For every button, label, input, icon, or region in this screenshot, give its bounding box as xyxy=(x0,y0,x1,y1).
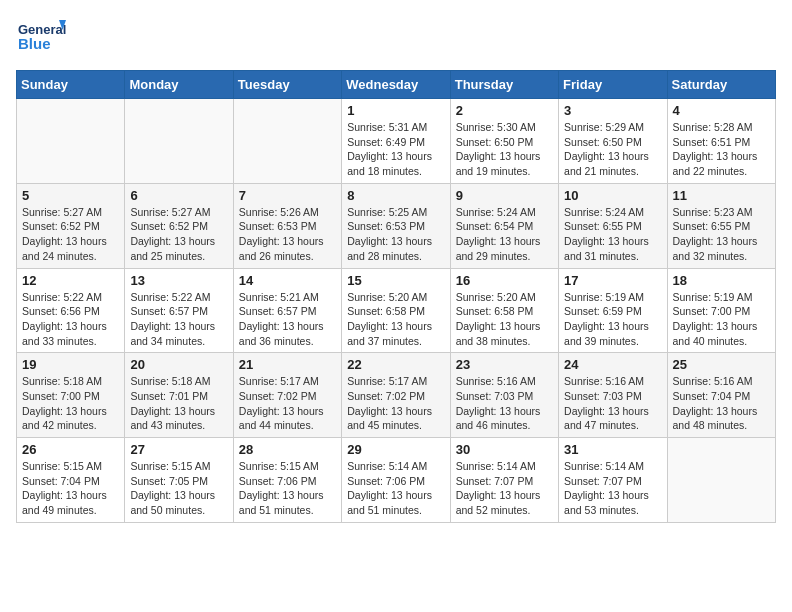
logo: General Blue xyxy=(16,16,66,60)
day-number: 4 xyxy=(673,103,770,118)
day-number: 20 xyxy=(130,357,227,372)
calendar-cell: 19Sunrise: 5:18 AMSunset: 7:00 PMDayligh… xyxy=(17,353,125,438)
day-number: 5 xyxy=(22,188,119,203)
page-header: General Blue xyxy=(16,16,776,60)
day-info: Sunrise: 5:19 AMSunset: 6:59 PMDaylight:… xyxy=(564,290,661,349)
calendar-cell: 16Sunrise: 5:20 AMSunset: 6:58 PMDayligh… xyxy=(450,268,558,353)
day-number: 27 xyxy=(130,442,227,457)
day-info: Sunrise: 5:30 AMSunset: 6:50 PMDaylight:… xyxy=(456,120,553,179)
calendar-week-row: 5Sunrise: 5:27 AMSunset: 6:52 PMDaylight… xyxy=(17,183,776,268)
day-number: 24 xyxy=(564,357,661,372)
day-info: Sunrise: 5:29 AMSunset: 6:50 PMDaylight:… xyxy=(564,120,661,179)
calendar-week-row: 19Sunrise: 5:18 AMSunset: 7:00 PMDayligh… xyxy=(17,353,776,438)
day-number: 13 xyxy=(130,273,227,288)
day-number: 6 xyxy=(130,188,227,203)
weekday-header-tuesday: Tuesday xyxy=(233,71,341,99)
calendar-cell: 22Sunrise: 5:17 AMSunset: 7:02 PMDayligh… xyxy=(342,353,450,438)
day-info: Sunrise: 5:15 AMSunset: 7:06 PMDaylight:… xyxy=(239,459,336,518)
calendar-cell: 3Sunrise: 5:29 AMSunset: 6:50 PMDaylight… xyxy=(559,99,667,184)
calendar-table: SundayMondayTuesdayWednesdayThursdayFrid… xyxy=(16,70,776,523)
calendar-cell: 15Sunrise: 5:20 AMSunset: 6:58 PMDayligh… xyxy=(342,268,450,353)
day-number: 17 xyxy=(564,273,661,288)
day-number: 23 xyxy=(456,357,553,372)
day-info: Sunrise: 5:28 AMSunset: 6:51 PMDaylight:… xyxy=(673,120,770,179)
day-number: 26 xyxy=(22,442,119,457)
calendar-cell: 13Sunrise: 5:22 AMSunset: 6:57 PMDayligh… xyxy=(125,268,233,353)
svg-text:Blue: Blue xyxy=(18,35,51,52)
calendar-week-row: 26Sunrise: 5:15 AMSunset: 7:04 PMDayligh… xyxy=(17,438,776,523)
day-number: 30 xyxy=(456,442,553,457)
weekday-header-thursday: Thursday xyxy=(450,71,558,99)
day-info: Sunrise: 5:20 AMSunset: 6:58 PMDaylight:… xyxy=(456,290,553,349)
calendar-cell: 31Sunrise: 5:14 AMSunset: 7:07 PMDayligh… xyxy=(559,438,667,523)
weekday-header-wednesday: Wednesday xyxy=(342,71,450,99)
calendar-cell: 4Sunrise: 5:28 AMSunset: 6:51 PMDaylight… xyxy=(667,99,775,184)
calendar-cell: 18Sunrise: 5:19 AMSunset: 7:00 PMDayligh… xyxy=(667,268,775,353)
day-info: Sunrise: 5:16 AMSunset: 7:03 PMDaylight:… xyxy=(456,374,553,433)
day-number: 8 xyxy=(347,188,444,203)
day-info: Sunrise: 5:16 AMSunset: 7:03 PMDaylight:… xyxy=(564,374,661,433)
day-number: 21 xyxy=(239,357,336,372)
day-number: 28 xyxy=(239,442,336,457)
calendar-cell: 14Sunrise: 5:21 AMSunset: 6:57 PMDayligh… xyxy=(233,268,341,353)
weekday-header-sunday: Sunday xyxy=(17,71,125,99)
day-info: Sunrise: 5:24 AMSunset: 6:54 PMDaylight:… xyxy=(456,205,553,264)
day-info: Sunrise: 5:15 AMSunset: 7:04 PMDaylight:… xyxy=(22,459,119,518)
calendar-header-row: SundayMondayTuesdayWednesdayThursdayFrid… xyxy=(17,71,776,99)
weekday-header-monday: Monday xyxy=(125,71,233,99)
day-info: Sunrise: 5:25 AMSunset: 6:53 PMDaylight:… xyxy=(347,205,444,264)
calendar-cell: 23Sunrise: 5:16 AMSunset: 7:03 PMDayligh… xyxy=(450,353,558,438)
calendar-cell: 10Sunrise: 5:24 AMSunset: 6:55 PMDayligh… xyxy=(559,183,667,268)
day-number: 15 xyxy=(347,273,444,288)
day-number: 2 xyxy=(456,103,553,118)
day-info: Sunrise: 5:21 AMSunset: 6:57 PMDaylight:… xyxy=(239,290,336,349)
calendar-cell: 1Sunrise: 5:31 AMSunset: 6:49 PMDaylight… xyxy=(342,99,450,184)
calendar-cell xyxy=(17,99,125,184)
day-info: Sunrise: 5:16 AMSunset: 7:04 PMDaylight:… xyxy=(673,374,770,433)
day-info: Sunrise: 5:31 AMSunset: 6:49 PMDaylight:… xyxy=(347,120,444,179)
day-number: 7 xyxy=(239,188,336,203)
calendar-cell: 17Sunrise: 5:19 AMSunset: 6:59 PMDayligh… xyxy=(559,268,667,353)
day-info: Sunrise: 5:18 AMSunset: 7:01 PMDaylight:… xyxy=(130,374,227,433)
day-info: Sunrise: 5:22 AMSunset: 6:57 PMDaylight:… xyxy=(130,290,227,349)
day-number: 14 xyxy=(239,273,336,288)
day-info: Sunrise: 5:22 AMSunset: 6:56 PMDaylight:… xyxy=(22,290,119,349)
day-info: Sunrise: 5:15 AMSunset: 7:05 PMDaylight:… xyxy=(130,459,227,518)
calendar-week-row: 1Sunrise: 5:31 AMSunset: 6:49 PMDaylight… xyxy=(17,99,776,184)
day-info: Sunrise: 5:20 AMSunset: 6:58 PMDaylight:… xyxy=(347,290,444,349)
day-info: Sunrise: 5:23 AMSunset: 6:55 PMDaylight:… xyxy=(673,205,770,264)
calendar-cell xyxy=(233,99,341,184)
day-info: Sunrise: 5:27 AMSunset: 6:52 PMDaylight:… xyxy=(130,205,227,264)
calendar-cell: 21Sunrise: 5:17 AMSunset: 7:02 PMDayligh… xyxy=(233,353,341,438)
calendar-cell: 11Sunrise: 5:23 AMSunset: 6:55 PMDayligh… xyxy=(667,183,775,268)
calendar-cell: 8Sunrise: 5:25 AMSunset: 6:53 PMDaylight… xyxy=(342,183,450,268)
day-number: 3 xyxy=(564,103,661,118)
day-number: 29 xyxy=(347,442,444,457)
day-number: 12 xyxy=(22,273,119,288)
calendar-cell: 20Sunrise: 5:18 AMSunset: 7:01 PMDayligh… xyxy=(125,353,233,438)
calendar-cell: 30Sunrise: 5:14 AMSunset: 7:07 PMDayligh… xyxy=(450,438,558,523)
day-info: Sunrise: 5:14 AMSunset: 7:06 PMDaylight:… xyxy=(347,459,444,518)
day-number: 1 xyxy=(347,103,444,118)
day-info: Sunrise: 5:18 AMSunset: 7:00 PMDaylight:… xyxy=(22,374,119,433)
day-number: 22 xyxy=(347,357,444,372)
day-number: 10 xyxy=(564,188,661,203)
day-number: 9 xyxy=(456,188,553,203)
calendar-cell: 24Sunrise: 5:16 AMSunset: 7:03 PMDayligh… xyxy=(559,353,667,438)
day-info: Sunrise: 5:14 AMSunset: 7:07 PMDaylight:… xyxy=(564,459,661,518)
calendar-cell: 29Sunrise: 5:14 AMSunset: 7:06 PMDayligh… xyxy=(342,438,450,523)
calendar-cell: 6Sunrise: 5:27 AMSunset: 6:52 PMDaylight… xyxy=(125,183,233,268)
weekday-header-friday: Friday xyxy=(559,71,667,99)
calendar-cell: 5Sunrise: 5:27 AMSunset: 6:52 PMDaylight… xyxy=(17,183,125,268)
day-number: 11 xyxy=(673,188,770,203)
day-info: Sunrise: 5:14 AMSunset: 7:07 PMDaylight:… xyxy=(456,459,553,518)
day-info: Sunrise: 5:19 AMSunset: 7:00 PMDaylight:… xyxy=(673,290,770,349)
calendar-cell: 27Sunrise: 5:15 AMSunset: 7:05 PMDayligh… xyxy=(125,438,233,523)
calendar-cell: 28Sunrise: 5:15 AMSunset: 7:06 PMDayligh… xyxy=(233,438,341,523)
day-info: Sunrise: 5:26 AMSunset: 6:53 PMDaylight:… xyxy=(239,205,336,264)
calendar-cell xyxy=(667,438,775,523)
day-info: Sunrise: 5:24 AMSunset: 6:55 PMDaylight:… xyxy=(564,205,661,264)
calendar-cell: 2Sunrise: 5:30 AMSunset: 6:50 PMDaylight… xyxy=(450,99,558,184)
day-info: Sunrise: 5:17 AMSunset: 7:02 PMDaylight:… xyxy=(347,374,444,433)
calendar-cell: 9Sunrise: 5:24 AMSunset: 6:54 PMDaylight… xyxy=(450,183,558,268)
